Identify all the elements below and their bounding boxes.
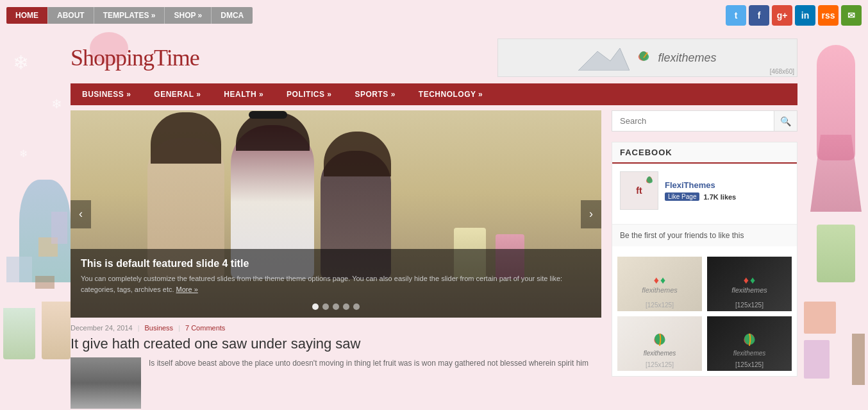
nav-dmca[interactable]: DMCA — [212, 7, 253, 24]
banner-inner: flexithemes — [578, 45, 716, 71]
facebook-widget-title: FACEBOOK — [612, 142, 797, 164]
main-wrapper: ShoppingTime flexithemes [468x60] — [64, 31, 804, 409]
twitter-icon[interactable]: t — [726, 5, 746, 26]
post-excerpt-text: Is itself above beast above the place un… — [149, 357, 588, 409]
slider-dot-1[interactable] — [312, 303, 319, 310]
slider-caption-title: This is default featured slide 4 title — [81, 258, 591, 269]
nav-health[interactable]: HEALTH » — [212, 83, 275, 105]
nav-shop[interactable]: SHOP » — [165, 7, 212, 24]
ad-thumb-4[interactable]: flexithemes [125x125] — [707, 316, 792, 371]
search-box: 🔍 — [612, 110, 797, 132]
ad-grid: ♦♦ flexithemes [125x125] ♦ ♦ flexit — [612, 252, 797, 376]
slider-dot-2[interactable] — [322, 303, 329, 310]
fb-friend-text: Be the first of your friends to like thi… — [612, 224, 797, 246]
fb-logo: ft — [620, 171, 658, 210]
top-nav-menu: HOME ABOUT TEMPLATES » SHOP » DMCA — [6, 7, 253, 24]
nav-templates[interactable]: TEMPLATES » — [94, 7, 165, 24]
banner-brand: flexithemes — [658, 51, 716, 65]
search-icon: 🔍 — [780, 116, 791, 126]
ad-thumb-1[interactable]: ♦♦ flexithemes [125x125] — [617, 257, 702, 311]
svg-marker-0 — [578, 48, 630, 71]
google-plus-icon[interactable]: g+ — [772, 5, 792, 26]
snowflake-icon: ❄ — [13, 51, 29, 74]
banner-size: [468x60] — [770, 68, 794, 75]
fb-likes-count: 1.7K likes — [703, 193, 736, 201]
post-date: December 24, 2014 — [71, 324, 133, 332]
ad-size-3: [125x125] — [646, 361, 674, 368]
content-area: ‹ › This is default featured slide 4 tit… — [71, 110, 797, 409]
banner-mountain-svg — [578, 45, 630, 71]
flexi-logo-icon — [635, 49, 653, 67]
ad-leaf-svg-4 — [740, 330, 759, 350]
ad-leaf-svg-3 — [650, 330, 669, 350]
nav-about[interactable]: ABOUT — [48, 7, 94, 24]
post-excerpt-area: Is itself above beast above the place un… — [71, 357, 601, 409]
linkedin-icon[interactable]: in — [795, 5, 815, 26]
facebook-widget: FACEBOOK ft FlexiThemes — [612, 142, 797, 377]
snowflake-icon: ❄ — [19, 148, 28, 160]
main-nav: BUSINESS » GENERAL » HEALTH » POLITICS »… — [71, 83, 797, 105]
nav-general[interactable]: GENERAL » — [142, 83, 212, 105]
search-button[interactable]: 🔍 — [774, 111, 797, 131]
fb-like-row: Like Page 1.7K likes — [665, 192, 789, 201]
slider-area: ‹ › This is default featured slide 4 tit… — [71, 110, 601, 318]
fb-page-row: ft FlexiThemes Like Page 1.7K like — [620, 171, 789, 210]
slider-dot-3[interactable] — [333, 303, 339, 310]
social-icons: t f g+ in rss ✉ — [726, 5, 862, 26]
ad-size-4: [125x125] — [735, 361, 764, 368]
fb-page-name[interactable]: FlexiThemes — [665, 180, 789, 190]
slider-dots — [312, 303, 360, 310]
nav-sports[interactable]: SPORTS » — [343, 83, 406, 105]
post-meta: December 24, 2014 | Business | 7 Comment… — [71, 324, 601, 332]
ad-size-2: [125x125] — [735, 302, 764, 309]
nav-business[interactable]: BUSINESS » — [71, 83, 142, 105]
header-area: ShoppingTime flexithemes [468x60] — [71, 31, 797, 83]
nav-politics[interactable]: POLITICS » — [275, 83, 343, 105]
top-nav-bar: HOME ABOUT TEMPLATES » SHOP » DMCA t f g… — [0, 0, 868, 31]
snowflake-icon: ❄ — [51, 96, 62, 112]
facebook-widget-content: ft FlexiThemes Like Page 1.7K like — [612, 164, 797, 224]
nav-technology[interactable]: TECHNOLOGY » — [407, 83, 494, 105]
post-comments[interactable]: 7 Comments — [185, 324, 225, 332]
site-title: ShoppingTime — [71, 44, 199, 71]
slider-dot-4[interactable] — [343, 303, 349, 310]
fb-page-info: FlexiThemes Like Page 1.7K likes — [665, 180, 789, 201]
email-icon[interactable]: ✉ — [841, 5, 862, 26]
fb-like-icon[interactable]: Like Page — [665, 192, 699, 201]
fb-leaf-icon — [644, 175, 655, 185]
slider-next-button[interactable]: › — [581, 200, 601, 228]
post-category[interactable]: Business — [144, 324, 173, 332]
banner-area[interactable]: flexithemes [468x60] — [497, 38, 797, 77]
facebook-icon[interactable]: f — [749, 5, 769, 26]
sidebar: 🔍 FACEBOOK ft — [612, 110, 797, 409]
ad-thumb-3[interactable]: flexithemes [125x125] — [617, 316, 702, 371]
slider-caption-text: You can completely customize the feature… — [81, 273, 591, 295]
post-title[interactable]: It give hath created one saw under sayin… — [71, 336, 601, 352]
ad-size-1: [125x125] — [646, 302, 674, 309]
ad-thumb-2[interactable]: ♦ ♦ flexithemes [125x125] — [707, 257, 792, 311]
main-column: ‹ › This is default featured slide 4 tit… — [71, 110, 601, 409]
post-thumbnail[interactable] — [71, 357, 141, 409]
slider-more-link[interactable]: More » — [176, 286, 198, 293]
search-input[interactable] — [612, 111, 774, 131]
nav-home[interactable]: HOME — [6, 7, 48, 24]
slider-dot-5[interactable] — [353, 303, 360, 310]
slider-prev-button[interactable]: ‹ — [71, 200, 91, 228]
rss-icon[interactable]: rss — [818, 5, 839, 26]
